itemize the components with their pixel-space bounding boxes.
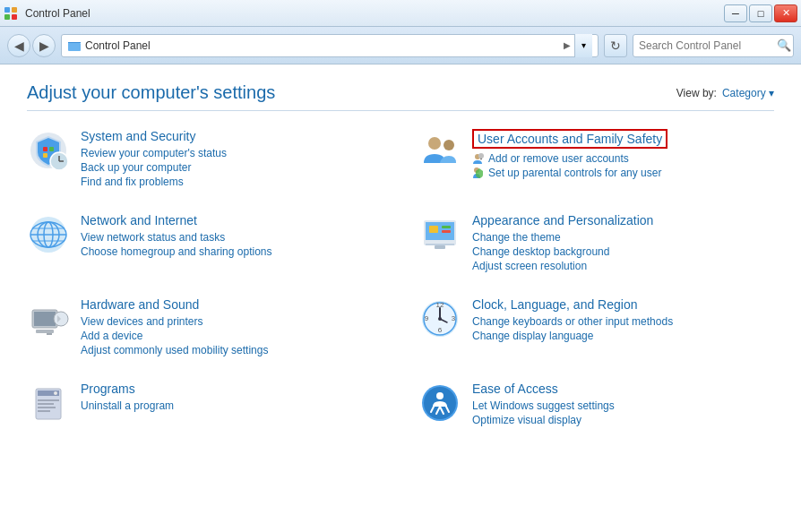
display-language-link[interactable]: Change display language bbox=[472, 330, 774, 342]
hardware-links: View devices and printers Add a device A… bbox=[81, 315, 383, 356]
add-remove-accounts-link[interactable]: Add or remove user accounts bbox=[472, 152, 774, 165]
homegroup-link[interactable]: Choose homegroup and sharing options bbox=[81, 245, 383, 258]
parental-controls-link[interactable]: Set up parental controls for any user bbox=[472, 167, 774, 179]
svg-rect-38 bbox=[47, 333, 52, 335]
clock-content: Clock, Language, and Region Change keybo… bbox=[472, 297, 774, 342]
ease-access-title[interactable]: Ease of Access bbox=[472, 382, 774, 396]
svg-text:12: 12 bbox=[436, 301, 444, 309]
system-security-icon bbox=[27, 129, 70, 172]
minimize-button[interactable]: ─ bbox=[724, 4, 747, 22]
svg-point-18 bbox=[478, 153, 484, 159]
svg-rect-8 bbox=[43, 147, 47, 151]
svg-rect-53 bbox=[38, 407, 56, 408]
network-content: Network and Internet View network status… bbox=[81, 213, 383, 258]
titlebar-left: Control Panel bbox=[4, 6, 90, 21]
windows-suggest-link[interactable]: Let Windows suggest settings bbox=[472, 399, 774, 412]
address-bar: Control Panel ▶ ▾ bbox=[61, 34, 599, 57]
content-area: Adjust your computer's settings View by:… bbox=[0, 64, 801, 532]
forward-button[interactable]: ▶ bbox=[32, 34, 56, 57]
page-title: Adjust your computer's settings bbox=[27, 82, 275, 103]
fix-problems-link[interactable]: Find and fix problems bbox=[81, 176, 383, 188]
svg-rect-30 bbox=[442, 226, 451, 228]
svg-rect-0 bbox=[4, 7, 10, 13]
svg-point-50 bbox=[54, 391, 57, 395]
user-accounts-icon bbox=[418, 129, 461, 172]
svg-rect-3 bbox=[12, 14, 17, 20]
network-status-link[interactable]: View network status and tasks bbox=[81, 231, 383, 244]
category-system-security: System and Security Review your computer… bbox=[27, 129, 383, 188]
svg-rect-1 bbox=[12, 7, 17, 13]
svg-rect-52 bbox=[38, 403, 54, 405]
user-accounts-content: User Accounts and Family Safety Add or r… bbox=[472, 129, 774, 179]
header-area: Adjust your computer's settings View by:… bbox=[27, 82, 774, 111]
review-status-link[interactable]: Review your computer's status bbox=[81, 147, 383, 159]
address-text: Control Panel bbox=[85, 39, 560, 52]
programs-content: Programs Uninstall a program bbox=[81, 382, 383, 412]
appearance-title[interactable]: Appearance and Personalization bbox=[472, 213, 774, 227]
svg-rect-37 bbox=[36, 330, 54, 333]
appearance-links: Change the theme Change desktop backgrou… bbox=[472, 231, 774, 272]
system-security-content: System and Security Review your computer… bbox=[81, 129, 383, 188]
back-button[interactable]: ◀ bbox=[7, 34, 30, 57]
mobility-settings-link[interactable]: Adjust commonly used mobility settings bbox=[81, 344, 383, 356]
svg-rect-32 bbox=[426, 244, 454, 245]
change-theme-link[interactable]: Change the theme bbox=[472, 231, 774, 244]
view-by-control: View by: Category ▾ bbox=[676, 87, 774, 99]
refresh-button[interactable]: ↻ bbox=[604, 34, 627, 57]
svg-rect-10 bbox=[43, 153, 47, 158]
view-by-arrow-icon: ▾ bbox=[769, 87, 774, 99]
system-security-title[interactable]: System and Security bbox=[81, 129, 383, 143]
user-accounts-title[interactable]: User Accounts and Family Safety bbox=[472, 129, 668, 149]
programs-title[interactable]: Programs bbox=[81, 382, 383, 396]
category-user-accounts: User Accounts and Family Safety Add or r… bbox=[418, 129, 774, 188]
hardware-content: Hardware and Sound View devices and prin… bbox=[81, 297, 383, 356]
main-area: Adjust your computer's settings View by:… bbox=[0, 64, 801, 532]
network-links: View network status and tasks Choose hom… bbox=[81, 231, 383, 258]
clock-links: Change keyboards or other input methods … bbox=[472, 315, 774, 342]
svg-rect-9 bbox=[49, 147, 54, 151]
close-button[interactable]: ✕ bbox=[774, 4, 797, 22]
add-device-link[interactable]: Add a device bbox=[81, 330, 383, 342]
clock-icon: 6 12 9 3 bbox=[418, 297, 461, 340]
svg-point-15 bbox=[428, 137, 441, 150]
desktop-background-link[interactable]: Change desktop background bbox=[472, 245, 774, 258]
search-input[interactable] bbox=[639, 39, 773, 52]
svg-text:9: 9 bbox=[425, 314, 429, 322]
categories-grid: System and Security Review your computer… bbox=[27, 129, 774, 433]
programs-links: Uninstall a program bbox=[81, 399, 383, 412]
uninstall-link[interactable]: Uninstall a program bbox=[81, 399, 383, 412]
ease-access-icon bbox=[418, 382, 461, 425]
category-network: Network and Internet View network status… bbox=[27, 213, 383, 272]
svg-rect-33 bbox=[435, 245, 445, 249]
network-title[interactable]: Network and Internet bbox=[81, 213, 383, 227]
titlebar-controls: ─ □ ✕ bbox=[724, 4, 797, 22]
category-hardware: Hardware and Sound View devices and prin… bbox=[27, 297, 383, 356]
svg-text:3: 3 bbox=[452, 314, 456, 322]
search-box[interactable]: 🔍 bbox=[633, 34, 794, 57]
view-by-label: View by: bbox=[676, 87, 717, 99]
address-arrow: ▶ bbox=[564, 40, 571, 50]
titlebar: Control Panel ─ □ ✕ bbox=[0, 0, 801, 27]
keyboards-link[interactable]: Change keyboards or other input methods bbox=[472, 315, 774, 328]
category-programs: Programs Uninstall a program bbox=[27, 382, 383, 426]
svg-rect-54 bbox=[38, 410, 50, 412]
clock-title[interactable]: Clock, Language, and Region bbox=[472, 297, 774, 312]
maximize-button[interactable]: □ bbox=[749, 4, 772, 22]
category-ease-access: Ease of Access Let Windows suggest setti… bbox=[418, 382, 774, 426]
optimize-display-link[interactable]: Optimize visual display bbox=[472, 414, 774, 426]
hardware-title[interactable]: Hardware and Sound bbox=[81, 297, 383, 312]
programs-icon bbox=[27, 382, 70, 425]
control-panel-icon bbox=[4, 6, 18, 21]
appearance-content: Appearance and Personalization Change th… bbox=[472, 213, 774, 272]
svg-point-57 bbox=[436, 392, 444, 399]
address-dropdown-button[interactable]: ▾ bbox=[574, 34, 592, 57]
backup-link[interactable]: Back up your computer bbox=[81, 161, 383, 174]
category-appearance: Appearance and Personalization Change th… bbox=[418, 213, 774, 272]
svg-text:6: 6 bbox=[438, 326, 443, 334]
screen-resolution-link[interactable]: Adjust screen resolution bbox=[472, 260, 774, 272]
svg-rect-51 bbox=[38, 399, 59, 401]
ease-access-content: Ease of Access Let Windows suggest setti… bbox=[472, 382, 774, 426]
devices-printers-link[interactable]: View devices and printers bbox=[81, 315, 383, 328]
view-by-value[interactable]: Category ▾ bbox=[722, 87, 774, 99]
svg-rect-5 bbox=[68, 43, 81, 51]
